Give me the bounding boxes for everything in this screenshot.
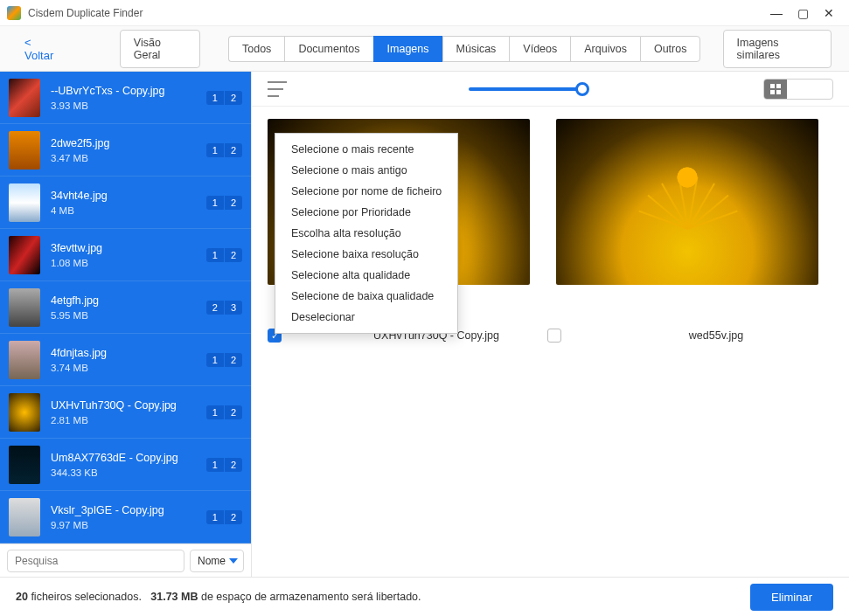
view-mode-group [763,79,833,100]
file-size: 5.95 MB [51,310,206,321]
svg-rect-2 [770,90,775,94]
count-badges: 12 [206,510,242,524]
app-logo-icon [7,6,21,20]
view-grid-button[interactable] [764,80,787,99]
thumbnail-icon [9,79,40,117]
sidebar: --UBvrYcTxs - Copy.jpg3.93 MB12 2dwe2f5.… [0,72,252,577]
list-item[interactable]: 3fevttw.jpg1.08 MB12 [0,229,251,281]
svg-rect-1 [776,84,781,88]
thumbnail-icon [9,183,40,222]
menu-item[interactable]: Selecione o mais antigo [275,160,457,181]
view-list-button[interactable] [810,80,832,99]
tab-videos[interactable]: Vídeos [509,36,570,62]
window-title: Cisdem Duplicate Finder [28,7,763,19]
preview-filename: wed55v.jpg [623,329,810,342]
list-item[interactable]: UXHvTuh730Q - Copy.jpg2.81 MB12 [0,386,251,439]
preview-area: Selecione o mais recente Selecione o mai… [252,107,849,577]
status-bar: 20 ficheiros selecionados. 31.73 MB de e… [0,577,849,616]
file-size: 3.47 MB [51,153,206,163]
duplicate-list[interactable]: --UBvrYcTxs - Copy.jpg3.93 MB12 2dwe2f5.… [0,72,251,543]
count-badges: 12 [206,196,242,210]
list-item[interactable]: Vkslr_3pIGE - Copy.jpg9.97 MB12 [0,491,251,543]
thumbnail-icon [9,288,40,327]
menu-item[interactable]: Selecione o mais recente [275,139,457,160]
svg-rect-0 [770,84,775,88]
search-input[interactable] [7,550,184,572]
freed-size: 31.73 MB [150,591,198,603]
svg-rect-7 [816,85,818,87]
zoom-slider[interactable] [287,87,763,91]
main-panel: Selecione o mais recente Selecione o mai… [252,72,849,577]
file-name: 4etgfh.jpg [51,294,206,307]
overview-button[interactable]: Visão Geral [120,30,200,68]
selection-menu-button[interactable] [268,81,287,97]
count-badges: 23 [206,301,242,315]
file-name: 4fdnjtas.jpg [51,347,206,359]
menu-item[interactable]: Selecione por nome de ficheiro [275,181,457,202]
slider-knob-icon[interactable] [575,82,589,96]
preview-cell [556,119,818,285]
close-button[interactable]: ✕ [816,6,842,20]
tab-musicas[interactable]: Músicas [442,36,510,62]
file-name: 34vht4e.jpg [51,190,206,202]
file-name: 2dwe2f5.jpg [51,137,206,149]
sidebar-footer: Nome [0,543,251,577]
sort-label: Nome [198,555,226,567]
list-item[interactable]: 4etgfh.jpg5.95 MB23 [0,281,251,334]
minimize-button[interactable]: — [763,6,790,20]
tab-arquivos[interactable]: Arquivos [570,36,640,62]
svg-rect-6 [802,85,804,93]
menu-item[interactable]: Escolha alta resolução [275,223,457,244]
file-name: Um8AX7763dE - Copy.jpg [51,452,206,464]
select-checkbox[interactable] [547,329,561,343]
menu-item[interactable]: Deselecionar [275,307,457,328]
file-size: 9.97 MB [51,520,206,530]
freed-size-label: de espaço de armazenamento será libertad… [201,591,421,603]
svg-rect-3 [776,90,781,94]
thumbnail-icon [9,498,40,536]
list-item[interactable]: --UBvrYcTxs - Copy.jpg3.93 MB12 [0,72,251,124]
main-toolbar [252,72,849,107]
svg-rect-4 [793,85,796,93]
maximize-button[interactable]: ▢ [790,6,816,20]
thumbnail-icon [9,236,40,274]
file-size: 4 MB [51,205,206,216]
menu-item[interactable]: Selecione baixa resolução [275,244,457,265]
tab-documentos[interactable]: Documentos [284,36,372,62]
similar-images-button[interactable]: Imagens similares [723,30,832,68]
tab-imagens[interactable]: Imagens [373,36,442,62]
file-size: 2.81 MB [51,415,206,426]
eliminate-button[interactable]: Eliminar [750,584,833,611]
back-button[interactable]: < Voltar [17,32,67,66]
list-item[interactable]: 2dwe2f5.jpg3.47 MB12 [0,124,251,176]
count-badges: 12 [206,405,242,419]
thumbnail-icon [9,341,40,379]
file-size: 3.93 MB [51,100,206,111]
list-item[interactable]: Um8AX7763dE - Copy.jpg344.33 KB12 [0,439,251,491]
tab-todos[interactable]: Todos [228,36,284,62]
menu-item[interactable]: Selecione por Prioridade [275,202,457,223]
list-item[interactable]: 4fdnjtas.jpg3.74 MB12 [0,334,251,386]
tab-outros[interactable]: Outros [640,36,701,62]
svg-rect-5 [797,85,800,93]
thumbnail-icon [9,446,40,484]
file-name: 3fevttw.jpg [51,242,206,254]
file-name: Vkslr_3pIGE - Copy.jpg [51,504,206,516]
file-size: 3.74 MB [51,363,206,373]
count-badges: 12 [206,458,242,472]
count-badges: 12 [206,248,242,262]
image-preview[interactable] [556,119,818,285]
selected-count: 20 [16,591,28,603]
menu-item[interactable]: Selecione alta qualidade [275,265,457,286]
menu-item[interactable]: Selecione de baixa qualidade [275,286,457,307]
file-size: 1.08 MB [51,258,206,268]
list-item[interactable]: 34vht4e.jpg4 MB12 [0,176,251,229]
file-name: --UBvrYcTxs - Copy.jpg [51,85,206,97]
toolbar: < Voltar Visão Geral Todos Documentos Im… [0,26,849,72]
titlebar: Cisdem Duplicate Finder — ▢ ✕ [0,0,849,26]
sort-select[interactable]: Nome [190,550,244,572]
thumbnail-icon [9,393,40,432]
file-size: 344.33 KB [51,467,206,478]
view-columns-button[interactable] [787,80,810,99]
count-badges: 12 [206,143,242,157]
